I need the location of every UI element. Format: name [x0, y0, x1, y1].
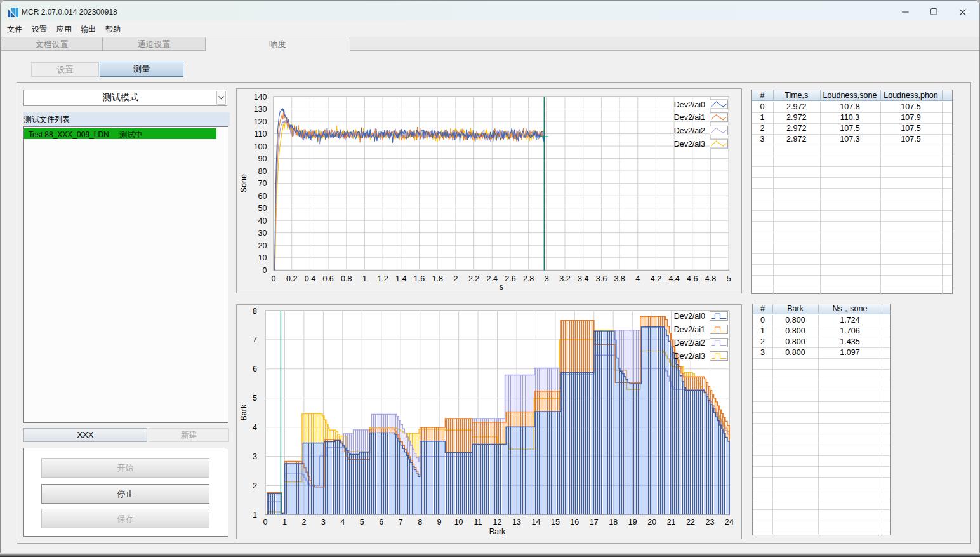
svg-text:16: 16 [570, 518, 579, 527]
svg-text:4: 4 [635, 274, 640, 283]
svg-text:3.2: 3.2 [559, 274, 570, 283]
svg-text:0.6: 0.6 [322, 274, 333, 283]
svg-text:19: 19 [628, 518, 637, 527]
svg-text:22: 22 [686, 518, 695, 527]
svg-text:0: 0 [263, 518, 268, 527]
svg-text:40: 40 [258, 217, 267, 225]
svg-text:23: 23 [706, 518, 715, 527]
svg-text:50: 50 [258, 204, 267, 213]
svg-text:Dev2/ai3: Dev2/ai3 [674, 140, 705, 149]
svg-text:90: 90 [258, 154, 267, 163]
svg-text:Bark: Bark [489, 527, 506, 536]
svg-text:0: 0 [263, 266, 267, 275]
svg-text:2: 2 [453, 274, 458, 283]
svg-text:Bark: Bark [239, 404, 248, 420]
svg-text:12: 12 [493, 518, 502, 527]
svg-text:10: 10 [454, 518, 463, 527]
svg-text:8: 8 [253, 307, 257, 316]
svg-text:3: 3 [321, 518, 326, 527]
svg-text:60: 60 [258, 192, 267, 201]
svg-text:20: 20 [258, 241, 267, 250]
svg-text:Dev2/ai2: Dev2/ai2 [674, 339, 705, 347]
svg-text:Dev2/ai0: Dev2/ai0 [674, 100, 705, 109]
svg-text:1.2: 1.2 [377, 274, 388, 283]
svg-text:4.2: 4.2 [651, 274, 661, 283]
svg-text:5: 5 [360, 518, 364, 527]
svg-text:7: 7 [253, 335, 257, 344]
svg-text:1: 1 [253, 511, 257, 520]
svg-text:1: 1 [282, 518, 287, 527]
svg-text:14: 14 [531, 518, 540, 527]
svg-text:0.2: 0.2 [286, 274, 297, 283]
svg-text:2: 2 [301, 518, 306, 527]
svg-text:100: 100 [254, 142, 267, 151]
svg-text:Dev2/ai3: Dev2/ai3 [674, 352, 705, 361]
svg-text:Dev2/ai0: Dev2/ai0 [674, 312, 705, 321]
svg-text:24: 24 [725, 518, 734, 527]
svg-text:2.8: 2.8 [523, 274, 534, 283]
svg-text:2.4: 2.4 [487, 274, 498, 283]
svg-text:6: 6 [379, 518, 383, 527]
svg-text:1.8: 1.8 [432, 274, 443, 283]
svg-text:Dev2/ai1: Dev2/ai1 [674, 113, 705, 122]
svg-text:4: 4 [253, 423, 257, 432]
svg-text:20: 20 [647, 518, 656, 527]
svg-text:0.4: 0.4 [305, 274, 315, 283]
svg-text:3: 3 [545, 274, 549, 283]
svg-text:5: 5 [727, 274, 731, 283]
svg-text:18: 18 [609, 518, 618, 527]
svg-text:4.8: 4.8 [705, 274, 716, 283]
svg-text:120: 120 [254, 117, 267, 126]
svg-text:130: 130 [254, 105, 267, 114]
svg-text:1.4: 1.4 [395, 274, 406, 283]
svg-text:140: 140 [254, 93, 267, 102]
svg-text:5: 5 [253, 394, 257, 403]
svg-text:2: 2 [253, 481, 257, 490]
svg-text:Dev2/ai2: Dev2/ai2 [674, 126, 705, 135]
svg-text:2.6: 2.6 [505, 274, 515, 283]
svg-text:10: 10 [258, 253, 267, 262]
svg-text:Dev2/ai1: Dev2/ai1 [674, 325, 705, 334]
svg-text:1.6: 1.6 [414, 274, 425, 283]
svg-text:9: 9 [437, 518, 442, 527]
svg-text:4.4: 4.4 [668, 274, 679, 283]
svg-text:1: 1 [362, 274, 367, 283]
svg-text:13: 13 [512, 518, 521, 527]
svg-text:21: 21 [667, 518, 676, 527]
svg-text:30: 30 [258, 229, 267, 238]
svg-text:6: 6 [253, 365, 257, 373]
svg-text:7: 7 [399, 518, 403, 527]
svg-text:Sone: Sone [239, 174, 248, 192]
svg-text:17: 17 [590, 518, 599, 527]
svg-text:3: 3 [253, 452, 257, 461]
svg-text:110: 110 [255, 130, 267, 138]
svg-text:11: 11 [474, 518, 482, 527]
svg-text:8: 8 [418, 518, 422, 527]
svg-text:2.2: 2.2 [468, 274, 479, 283]
svg-text:s: s [499, 283, 503, 292]
svg-text:3.6: 3.6 [596, 274, 607, 283]
svg-text:15: 15 [551, 518, 560, 527]
svg-text:80: 80 [258, 167, 267, 176]
svg-text:3.4: 3.4 [578, 274, 588, 283]
svg-text:3.8: 3.8 [614, 274, 625, 283]
svg-text:0: 0 [272, 274, 276, 283]
svg-text:4: 4 [340, 518, 345, 527]
svg-text:0.8: 0.8 [341, 274, 352, 283]
svg-text:70: 70 [258, 179, 267, 188]
svg-text:4.6: 4.6 [687, 274, 698, 283]
